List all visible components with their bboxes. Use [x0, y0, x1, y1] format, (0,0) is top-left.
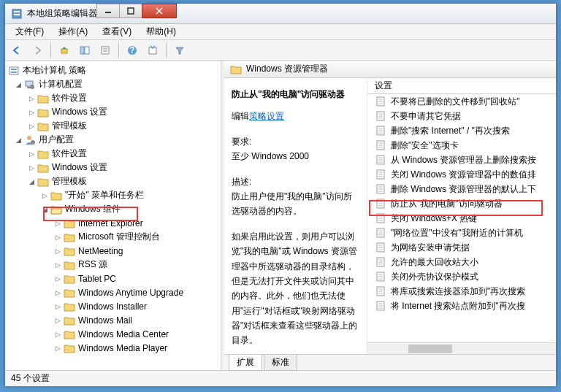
list-item[interactable]: 将 Internet 搜索站点附加到"再次搜	[367, 299, 556, 313]
tree-admin-templates[interactable]: ◢管理模板	[5, 174, 221, 188]
user-icon	[24, 134, 36, 146]
list-item[interactable]: 关闭 Windows+X 热键	[367, 211, 556, 226]
expand-icon[interactable]: ▷	[53, 261, 62, 269]
show-hide-tree-button[interactable]	[76, 42, 94, 59]
export-button[interactable]	[144, 42, 161, 59]
expand-icon[interactable]: ▷	[53, 302, 62, 311]
collapse-icon[interactable]: ◢	[14, 80, 23, 89]
tree-item[interactable]: ▷"开始" 菜单和任务栏	[5, 188, 221, 202]
properties-button[interactable]	[96, 42, 114, 59]
list-item[interactable]: 从 Windows 资源管理器上删除搜索按	[367, 153, 556, 167]
svg-rect-16	[9, 67, 18, 74]
policy-item-icon	[375, 227, 386, 239]
menu-view[interactable]: 查看(V)	[95, 24, 139, 39]
gpedit-window: 本地组策略编辑器 文件(F) 操作(A) 查看(V) 帮助(H) ? 本地计算机…	[4, 3, 557, 386]
forward-button[interactable]	[28, 42, 46, 59]
list-item[interactable]: 将库或搜索连接器添加到"再次搜索	[367, 284, 556, 299]
collapse-icon[interactable]: ◢	[40, 205, 49, 214]
close-button[interactable]	[142, 4, 177, 18]
tree-item[interactable]: ▷软件设置	[5, 147, 221, 161]
settings-list[interactable]: 不要将已删除的文件移到"回收站"不要申请其它凭据删除"搜索 Internet" …	[367, 94, 556, 342]
folder-icon	[37, 177, 49, 187]
tree-root[interactable]: 本地计算机 策略	[5, 64, 221, 77]
menu-file[interactable]: 文件(F)	[8, 24, 51, 39]
list-item[interactable]: 不要申请其它凭据	[367, 109, 556, 123]
expand-icon[interactable]: ▷	[53, 233, 62, 242]
tree-item[interactable]: ▷RSS 源	[5, 258, 221, 272]
list-item[interactable]: 不要将已删除的文件移到"回收站"	[367, 94, 556, 109]
horizontal-scrollbar[interactable]	[367, 342, 556, 354]
policy-item-icon	[375, 271, 386, 283]
svg-text:?: ?	[129, 45, 134, 55]
folder-icon	[37, 121, 49, 131]
folder-icon	[37, 107, 49, 118]
collapse-icon[interactable]: ◢	[14, 136, 23, 145]
expand-icon[interactable]: ▷	[40, 191, 49, 200]
minimize-button[interactable]	[96, 4, 120, 18]
tab-standard[interactable]: 标准	[264, 355, 297, 371]
list-item[interactable]: "网络位置"中没有"我附近的计算机	[367, 226, 556, 240]
list-header[interactable]: 设置	[367, 78, 556, 94]
expand-icon[interactable]: ▷	[53, 219, 62, 228]
tree-item[interactable]: ▷Tablet PC	[5, 272, 221, 285]
expand-icon[interactable]: ▷	[27, 150, 36, 158]
folder-icon	[64, 301, 75, 312]
svg-rect-4	[128, 8, 134, 14]
tree-item[interactable]: ▷Internet Explorer	[5, 216, 221, 230]
folder-icon	[64, 288, 75, 298]
tree-item[interactable]: ▷Microsoft 管理控制台	[5, 230, 221, 244]
expand-icon[interactable]: ▷	[53, 316, 62, 325]
menu-action[interactable]: 操作(A)	[51, 24, 95, 39]
folder-icon	[64, 218, 75, 228]
collapse-icon[interactable]: ◢	[27, 177, 36, 186]
folder-icon	[37, 93, 49, 104]
svg-rect-7	[61, 49, 67, 53]
tree-item[interactable]: ▷Windows Media Center	[5, 327, 221, 341]
expand-icon[interactable]: ▷	[27, 164, 36, 172]
tree-item[interactable]: ▷Windows Mail	[5, 313, 221, 327]
list-item[interactable]: 删除"搜索 Internet" / "再次搜索	[367, 123, 556, 138]
list-item[interactable]: 关闭外壳协议保护模式	[367, 269, 556, 284]
folder-icon	[64, 246, 75, 256]
tree-computer-config[interactable]: ◢计算机配置	[5, 77, 221, 91]
policy-item-icon	[375, 96, 386, 107]
filter-button[interactable]	[171, 42, 188, 59]
svg-point-21	[30, 85, 34, 89]
list-item[interactable]: 允许的最大回收站大小	[367, 255, 556, 269]
tree-item[interactable]: ▷Windows Anytime Upgrade	[5, 285, 221, 299]
expand-icon[interactable]: ▷	[53, 247, 62, 255]
tab-extended[interactable]: 扩展	[229, 355, 262, 371]
expand-icon[interactable]: ▷	[53, 288, 62, 297]
tree-item[interactable]: ▷Windows Installer	[5, 299, 221, 313]
list-item[interactable]: 关闭 Windows 资源管理器中的数值排	[367, 167, 556, 182]
details-pane: Windows 资源管理器 防止从"我的电脑"访问驱动器 编辑策略设置 要求: …	[224, 61, 556, 370]
status-text: 45 个设置	[11, 372, 50, 385]
maximize-button[interactable]	[119, 4, 142, 18]
list-item[interactable]: 删除"安全"选项卡	[367, 138, 556, 153]
list-item[interactable]: 为网络安装申请凭据	[367, 240, 556, 255]
list-item[interactable]: 防止从"我的电脑"访问驱动器	[367, 196, 556, 211]
up-button[interactable]	[56, 42, 73, 59]
expand-icon[interactable]: ▷	[27, 94, 36, 103]
expand-icon[interactable]: ▷	[53, 330, 62, 339]
expand-icon[interactable]: ▷	[27, 122, 36, 131]
folder-icon	[230, 64, 242, 74]
tree-item[interactable]: ▷管理模板	[5, 119, 221, 133]
tree-item[interactable]: ▷Windows Media Player	[5, 341, 221, 355]
edit-policy-link[interactable]: 策略设置	[249, 111, 284, 121]
expand-icon[interactable]: ▷	[53, 344, 62, 353]
expand-icon[interactable]: ▷	[53, 274, 62, 283]
menu-help[interactable]: 帮助(H)	[139, 24, 183, 39]
tree-windows-components[interactable]: ◢Windows 组件	[5, 202, 221, 216]
help-button[interactable]: ?	[123, 42, 141, 59]
tree-item[interactable]: ▷Windows 设置	[5, 105, 221, 119]
tree-item[interactable]: ▷软件设置	[5, 91, 221, 105]
titlebar[interactable]: 本地组策略编辑器	[5, 4, 556, 24]
expand-icon[interactable]: ▷	[27, 108, 36, 117]
list-item[interactable]: 删除 Windows 资源管理器的默认上下	[367, 182, 556, 196]
tree-user-config[interactable]: ◢用户配置	[5, 133, 221, 147]
tree-item[interactable]: ▷NetMeeting	[5, 244, 221, 258]
tree-pane[interactable]: 本地计算机 策略 ◢计算机配置 ▷软件设置 ▷Windows 设置 ▷管理模板 …	[5, 61, 221, 370]
tree-item[interactable]: ▷Windows 设置	[5, 161, 221, 174]
back-button[interactable]	[8, 42, 26, 59]
